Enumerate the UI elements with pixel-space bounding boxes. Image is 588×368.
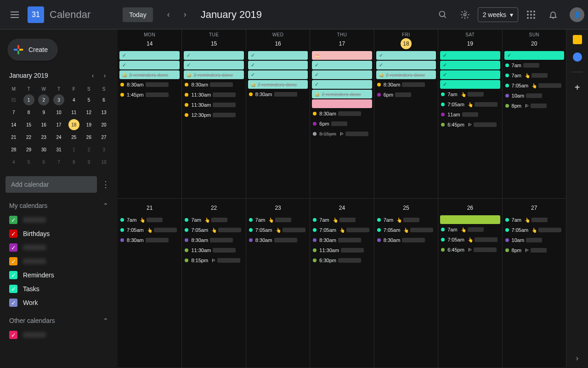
timed-event[interactable]: 7:05am👆 [248,225,308,235]
calendar-item[interactable]: ✓Tasks [4,282,114,296]
mini-next-button[interactable]: › [99,70,110,81]
all-day-event[interactable]: ✓ [248,70,308,79]
mini-day[interactable]: 8 [68,156,79,167]
mini-day[interactable]: 7 [53,156,64,167]
day-number[interactable]: 16 [272,38,283,49]
calendar-checkbox[interactable]: ✓ [9,299,17,307]
timed-event[interactable]: 7am👆 [504,215,564,224]
mini-day[interactable]: 6 [98,94,109,105]
mini-day[interactable]: 22 [23,132,34,143]
all-day-event[interactable]: ✓ [440,70,500,79]
all-day-event[interactable]: ✓ [119,51,180,60]
mini-day[interactable]: 5 [83,94,94,105]
day-number[interactable]: 18 [401,38,412,49]
calendar-checkbox[interactable]: ✓ [9,257,17,265]
all-day-event[interactable]: 🎂 [312,51,372,60]
all-day-event[interactable]: ✓ [376,51,436,60]
mini-day[interactable]: 10 [53,107,64,118]
mini-day[interactable]: 18 [68,119,79,130]
all-day-event[interactable]: ✓ [440,51,500,60]
all-day-event[interactable] [312,99,372,108]
my-calendars-toggle[interactable]: My calendars⌃ [4,198,114,213]
mini-day[interactable]: 3 [53,94,64,105]
timed-event[interactable]: 7am👆 [376,215,436,224]
timed-event[interactable]: 8:30am [119,80,180,89]
all-day-event[interactable]: 🔔2 reminders done [184,70,243,79]
day-cell[interactable]: SAT19✓✓✓✓7am👆7:05am👆11am6:45pm🏳 [438,29,502,198]
mini-day[interactable]: 31 [8,94,19,105]
timed-event[interactable]: 7:05am👆 [440,100,500,109]
timed-event[interactable]: 10am [504,236,564,245]
today-button[interactable]: Today [123,7,153,22]
day-cell[interactable]: 257am👆7:05am👆8:30am [374,199,438,368]
all-day-event[interactable]: 🔔2 reminders done [248,80,308,89]
all-day-event[interactable]: ✓ [440,80,500,89]
day-cell[interactable]: FRI18✓✓🔔2 reminders done8:30am6pm [374,29,438,198]
timed-event[interactable]: 11:30am [184,90,243,99]
all-day-event[interactable]: 🔔2 reminders done [376,70,436,79]
day-number[interactable]: 19 [464,38,475,49]
mini-day[interactable]: 24 [53,132,64,143]
timed-event[interactable]: 7:05am👆 [184,225,243,235]
timed-event[interactable]: 6:45pm🏳 [440,245,500,254]
mini-day[interactable]: 4 [8,156,19,167]
mini-day[interactable]: 9 [38,107,49,118]
add-calendar-options[interactable]: ⋮ [99,179,112,190]
calendar-item[interactable]: ✓ [4,328,114,342]
mini-day[interactable]: 4 [68,94,79,105]
timed-event[interactable]: 6:45pm🏳 [440,120,500,129]
create-button[interactable]: Create [7,39,58,61]
timed-event[interactable]: 11:30am [312,246,372,255]
day-cell[interactable]: WED16✓✓✓🔔2 reminders done8:30am [246,29,310,198]
calendar-item[interactable]: ✓Birthdays [4,227,114,241]
all-day-event[interactable]: 🔔3 reminders done [119,70,180,79]
calendar-item[interactable]: ✓Reminders [4,268,114,282]
keep-button[interactable] [573,35,582,44]
day-cell[interactable]: MON14✓✓🔔3 reminders done8:30am1:45pm [118,29,181,198]
mini-day[interactable]: 30 [38,144,49,155]
mini-day[interactable]: 17 [53,119,64,130]
search-button[interactable] [434,6,452,24]
day-number[interactable]: 21 [144,202,155,213]
mini-day[interactable]: 16 [38,119,49,130]
timed-event[interactable]: 7:05am👆 [119,225,180,235]
other-calendars-toggle[interactable]: Other calendars⌃ [4,313,114,328]
timed-event[interactable]: 6pm [376,90,436,99]
day-number[interactable]: 23 [272,202,283,213]
day-cell[interactable]: 277am👆7:05am👆10am8pm🏳 [502,199,566,368]
mini-day[interactable]: 2 [83,144,94,155]
timed-event[interactable]: 8:30am [376,80,436,89]
timed-event[interactable]: 11:30am [184,246,243,255]
mini-day[interactable]: 8 [23,107,34,118]
timed-event[interactable]: 7am👆 [248,215,308,224]
timed-event[interactable]: 8:30am [119,236,180,245]
tasks-button[interactable] [573,52,582,62]
calendar-item[interactable]: ✓ [4,254,114,268]
mini-day[interactable]: 1 [23,94,34,105]
all-day-event[interactable]: ✓ [312,70,372,79]
all-day-event[interactable]: ✓ [376,61,436,69]
timed-event[interactable]: 7am👆 [184,215,243,224]
mini-day[interactable]: 19 [83,119,94,130]
mini-day[interactable]: 26 [83,132,94,143]
timed-event[interactable]: 7:05am👆 [376,225,436,235]
timed-event[interactable]: 8:30am [312,109,372,118]
calendar-item[interactable]: ✓Work [4,296,114,310]
day-cell[interactable]: 267am👆7:05am👆6:45pm🏳 [438,199,502,368]
day-number[interactable]: 26 [464,202,475,213]
mini-day[interactable]: 25 [68,132,79,143]
timed-event[interactable]: 6:30pm [312,256,372,265]
day-cell[interactable]: 217am👆7:05am👆8:30am [118,199,181,368]
menu-button[interactable] [4,4,26,26]
mini-day[interactable]: 7 [8,107,19,118]
day-cell[interactable]: 237am👆7:05am👆8:30am [246,199,310,368]
account-avatar[interactable]: 👤 [570,7,584,22]
add-addon-button[interactable]: + [575,82,580,93]
all-day-event[interactable]: ✓ [504,51,564,60]
notifications-button[interactable] [544,6,562,24]
hide-panel-button[interactable]: › [576,354,578,362]
all-day-event[interactable]: ✓ [312,80,372,89]
timed-event[interactable]: 7am👆 [312,215,372,224]
calendar-checkbox[interactable]: ✓ [9,230,17,238]
mini-day[interactable]: 27 [98,132,109,143]
